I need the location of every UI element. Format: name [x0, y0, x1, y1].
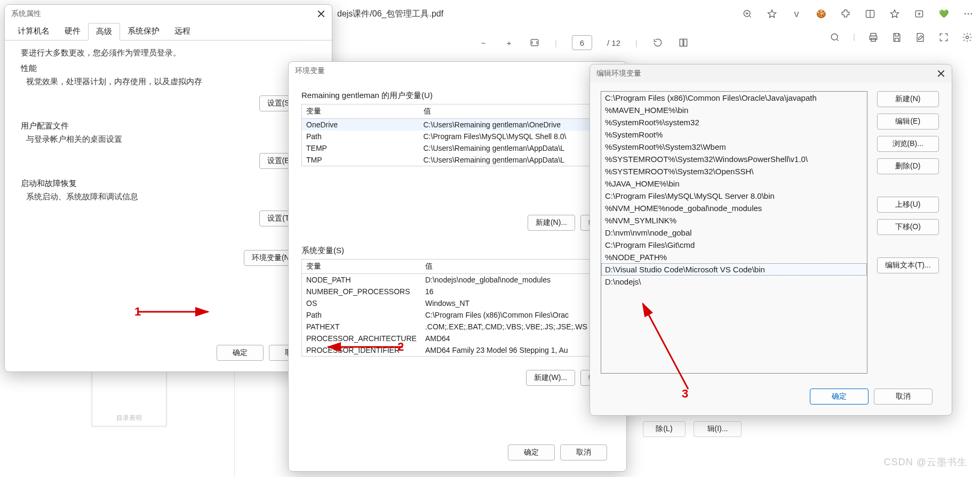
path-list-item[interactable]: %SystemRoot%\system32 — [601, 116, 867, 128]
envvars-title: 环境变量 — [295, 66, 325, 76]
fit-page-icon[interactable] — [529, 37, 540, 48]
sys-new-button[interactable]: 新建(W)... — [526, 370, 575, 386]
svg-rect-10 — [871, 34, 876, 36]
table-row: OneDriveC:\Users\Remaining gentleman\One… — [302, 119, 614, 131]
browse-button[interactable]: 浏览(B)... — [877, 136, 939, 152]
save-icon[interactable] — [891, 32, 902, 43]
tab-hardware[interactable]: 硬件 — [57, 23, 88, 40]
table-row: PathC:\Program Files (x86)\Common Files\… — [302, 309, 614, 321]
user-profiles-heading: 用户配置文件 — [21, 121, 316, 131]
table-row: PATHEXT.COM;.EXE;.BAT;.CMD;.VBS;.VBE;.JS… — [302, 321, 614, 333]
delete-button[interactable]: 删除(D) — [877, 158, 939, 174]
annotation-3: 3 — [682, 387, 688, 401]
page-view-icon[interactable] — [678, 37, 689, 48]
page-total: / 12 — [607, 38, 620, 47]
close-icon[interactable] — [317, 10, 325, 18]
zoom-out-icon[interactable]: − — [478, 37, 489, 48]
path-list-item[interactable]: D:\Visual Studio Code\Microsoft VS Code\… — [601, 263, 867, 276]
cookie-icon[interactable]: 🍪 — [816, 9, 826, 19]
fullscreen-icon[interactable] — [938, 32, 949, 43]
tab-advanced[interactable]: 高级 — [88, 23, 120, 41]
pdf-right-toolbar: | — [830, 32, 973, 43]
browser-toolbar: V 🍪 💚 — [742, 9, 974, 19]
v-icon[interactable]: V — [791, 9, 802, 19]
path-list-item[interactable]: %SYSTEMROOT%\System32\WindowsPowerShell\… — [601, 153, 867, 165]
svg-point-3 — [965, 13, 966, 15]
favorite-icon[interactable] — [889, 9, 900, 19]
sys-vars-table[interactable]: 变量值 NODE_PATHD:\nodejs\node_global\node_… — [301, 259, 614, 357]
table-row: NUMBER_OF_PROCESSORS16 — [302, 286, 614, 297]
path-list-item[interactable]: %MAVEN_HOME%\bin — [601, 104, 867, 116]
user-vars-table[interactable]: 变量值 OneDriveC:\Users\Remaining gentleman… — [301, 104, 614, 166]
sysprops-ok-button[interactable]: 确定 — [217, 345, 264, 361]
system-properties-tabs: 计算机名 硬件 高级 系统保护 远程 — [5, 23, 332, 41]
sidebar-icon[interactable] — [865, 9, 875, 19]
path-list-item[interactable]: %NODE_PATH% — [601, 251, 867, 263]
close-icon[interactable] — [937, 69, 945, 78]
path-list-item[interactable]: %JAVA_HOME%\bin — [601, 177, 867, 190]
annotation-2: 2 — [397, 340, 404, 354]
path-list-item[interactable]: C:\Program Files (x86)\Common Files\Orac… — [601, 92, 867, 104]
performance-heading: 性能 — [21, 63, 316, 74]
editenv-ok-button[interactable]: 确定 — [810, 389, 869, 405]
system-properties-title: 系统属性 — [11, 9, 41, 19]
collections-icon[interactable] — [914, 9, 925, 19]
path-list-item[interactable]: %SystemRoot%\System32\Wbem — [601, 141, 867, 153]
svg-rect-7 — [680, 39, 683, 46]
environment-variables-dialog: 环境变量 Remaining gentleman 的用户变量(U) 变量值 On… — [288, 61, 627, 472]
path-list-item[interactable]: D:\nodejs\ — [601, 276, 867, 288]
tab-system-protection[interactable]: 系统保护 — [120, 23, 167, 40]
path-list-item[interactable]: %NVM_HOME%node_gobal\node_modules — [601, 202, 867, 214]
move-up-button[interactable]: 上移(U) — [877, 197, 939, 213]
performance-desc: 视觉效果，处理器计划，内存使用，以及虚拟内存 — [26, 77, 316, 87]
editenv-cancel-button[interactable]: 取消 — [874, 389, 933, 405]
sys-vars-heading: 系统变量(S) — [301, 246, 614, 256]
table-row: NODE_PATHD:\nodejs\node_global\node_modu… — [302, 274, 614, 286]
table-row: TEMPC:\Users\Remaining gentleman\AppData… — [302, 142, 614, 154]
tab-computer-name[interactable]: 计算机名 — [10, 23, 57, 40]
page-number-input[interactable]: 6 — [572, 35, 592, 50]
envvars-cancel-button[interactable]: 取消 — [560, 444, 607, 460]
svg-point-5 — [971, 13, 973, 15]
new-button[interactable]: 新建(N) — [877, 91, 939, 107]
user-new-button[interactable]: 新建(N)... — [528, 215, 575, 231]
user-vars-heading: Remaining gentleman 的用户变量(U) — [301, 91, 614, 101]
extension-icon[interactable] — [840, 9, 851, 19]
move-down-button[interactable]: 下移(O) — [877, 219, 939, 235]
path-list-item[interactable]: %SYSTEMROOT%\System32\OpenSSH\ — [601, 165, 867, 177]
col-variable: 变量 — [302, 104, 419, 119]
path-list-item[interactable]: D:\nvm\nvm\node_gobal — [601, 227, 867, 239]
path-list-item[interactable]: %NVM_SYMLINK% — [601, 214, 867, 227]
more-icon[interactable] — [963, 9, 974, 19]
system-properties-dialog: 系统属性 计算机名 硬件 高级 系统保护 远程 要进行大多数更改，您必须作为管理… — [4, 4, 332, 372]
user-profiles-desc: 与登录帐户相关的桌面设置 — [26, 134, 316, 144]
save-as-icon[interactable] — [915, 32, 926, 43]
table-row: PathC:\Program Files\MySQL\MySQL Shell 8… — [302, 131, 614, 142]
svg-rect-8 — [684, 39, 687, 46]
path-list[interactable]: C:\Program Files (x86)\Common Files\Orac… — [601, 91, 867, 374]
tab-remote[interactable]: 远程 — [167, 23, 198, 40]
edit-button[interactable]: 编辑(E) — [877, 114, 939, 130]
print-icon[interactable] — [868, 32, 879, 43]
edit-env-title: 编辑环境变量 — [596, 69, 641, 78]
rotate-icon[interactable] — [652, 37, 663, 48]
performance-icon[interactable]: 💚 — [938, 9, 949, 19]
search-icon[interactable] — [830, 32, 840, 43]
zoom-in-icon[interactable]: + — [504, 37, 514, 48]
edit-text-button[interactable]: 编辑文本(T)... — [877, 257, 939, 273]
svg-point-13 — [966, 36, 969, 39]
annotation-1: 1 — [134, 305, 141, 319]
settings-icon[interactable] — [962, 32, 973, 43]
browser-address-bar: dejs课件/06_包管理工具.pdf V 🍪 💚 — [331, 0, 980, 28]
admin-note: 要进行大多数更改，您必须作为管理员登录。 — [21, 48, 316, 58]
col-value: 值 — [419, 104, 614, 119]
zoom-in-icon[interactable] — [742, 9, 753, 19]
ghost-edit-button: 辑(I)... — [694, 421, 742, 437]
envvars-ok-button[interactable]: 确定 — [508, 444, 555, 460]
path-list-item[interactable]: %SystemRoot% — [601, 128, 867, 141]
star-icon[interactable] — [767, 9, 777, 19]
table-row: PROCESSOR_ARCHITECTUREAMD64 — [302, 333, 614, 344]
path-list-item[interactable]: C:\Program Files\Git\cmd — [601, 239, 867, 251]
table-row: OSWindows_NT — [302, 297, 614, 309]
path-list-item[interactable]: C:\Program Files\MySQL\MySQL Server 8.0\… — [601, 190, 867, 202]
